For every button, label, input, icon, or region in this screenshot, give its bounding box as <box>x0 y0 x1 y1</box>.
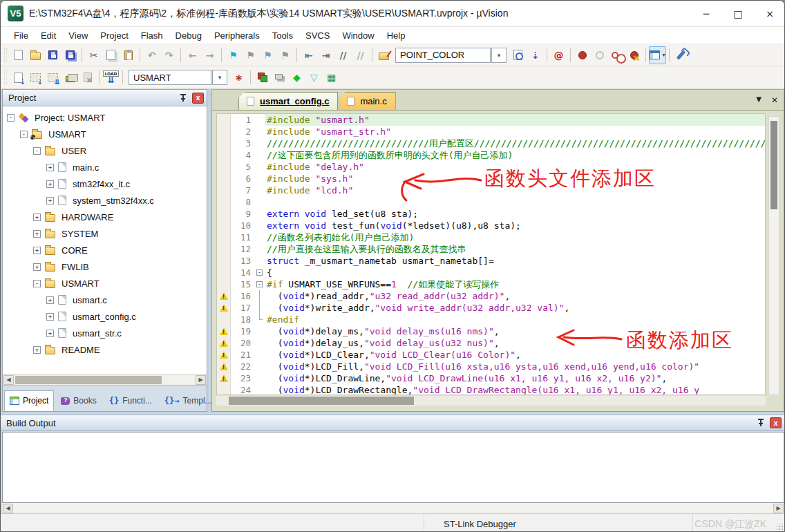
build-output-hscrollbar[interactable]: ◀ ▶ <box>2 503 784 513</box>
scroll-thumb[interactable] <box>770 121 777 209</box>
fold-collapse-icon[interactable]: - <box>256 269 263 276</box>
scroll-thumb[interactable] <box>15 376 162 384</box>
code-line[interactable]: 11//函数名列表初始化(用户自己添加) <box>217 231 765 243</box>
menu-help[interactable]: Help <box>381 28 412 43</box>
code-line[interactable]: 17 (void*)write_addr,"void write_addr(u3… <box>217 302 765 314</box>
menu-edit[interactable]: Edit <box>35 28 62 43</box>
clear-bookmarks-icon[interactable]: ⚑ <box>276 46 294 64</box>
tree-item[interactable]: -USMART <box>3 275 207 292</box>
code-line[interactable]: 6#include "sys.h" <box>217 173 765 184</box>
source-browser-icon[interactable]: ▦ <box>323 68 340 86</box>
build-output-content[interactable] <box>2 432 784 503</box>
tree-item[interactable]: +FWLIB <box>3 258 207 275</box>
code-line[interactable]: 2#include "usmart_str.h" <box>217 126 765 137</box>
navigate-back-icon[interactable]: ← <box>184 46 201 64</box>
tree-item[interactable]: +main.c <box>3 159 207 175</box>
project-tree-hscrollbar[interactable]: ◀ ▶ <box>3 374 207 385</box>
code-line[interactable]: 8 <box>217 196 765 208</box>
collapse-icon[interactable]: - <box>20 131 28 138</box>
copy-icon[interactable] <box>102 46 120 64</box>
cut-icon[interactable]: ✂ <box>85 46 102 64</box>
open-file-icon[interactable] <box>27 46 44 64</box>
scroll-right-icon[interactable]: ▶ <box>773 504 784 513</box>
tab-main-c[interactable]: main.c <box>339 92 395 110</box>
disable-all-breakpoints-icon[interactable] <box>608 46 625 64</box>
close-button[interactable]: × <box>754 1 785 27</box>
tab-list-dropdown-icon[interactable]: ▼ <box>756 95 762 105</box>
maximize-button[interactable]: □ <box>722 1 754 27</box>
code-line[interactable]: 3//////////////////////////////用户配置区////… <box>217 137 765 149</box>
tree-item[interactable]: +system_stm32f4xx.c <box>3 192 207 209</box>
indent-icon[interactable]: ⇥ <box>317 46 334 64</box>
new-file-icon[interactable] <box>10 46 27 64</box>
panel-tab-books[interactable]: Books <box>55 390 102 411</box>
tree-item[interactable]: +CORE <box>3 242 207 258</box>
editor-hscrollbar[interactable] <box>216 396 766 406</box>
panel-tab-templates[interactable]: {}→Templ... <box>159 390 218 411</box>
configure-icon[interactable] <box>672 46 690 64</box>
scroll-right-icon[interactable]: ▶ <box>196 375 206 385</box>
code-line[interactable]: 12//用户直接在这里输入要执行的函数名及其查找串 <box>217 243 765 255</box>
expand-icon[interactable]: + <box>33 263 41 271</box>
tree-item[interactable]: +usmart.c <box>3 292 207 308</box>
save-all-icon[interactable] <box>62 46 79 64</box>
code-line[interactable]: 7#include "lcd.h" <box>217 184 765 196</box>
resize-grip[interactable] <box>777 524 784 531</box>
code-line[interactable]: 1#include "usmart.h" <box>217 114 765 126</box>
navigate-forward-icon[interactable]: → <box>201 46 218 64</box>
pin-icon[interactable] <box>180 94 187 102</box>
code-editor[interactable]: 1#include "usmart.h"2#include "usmart_st… <box>216 113 766 395</box>
build-icon[interactable]: ⇣ <box>27 68 44 86</box>
minimize-button[interactable]: ─ <box>690 1 722 27</box>
manage-multi-project-icon[interactable] <box>271 68 288 86</box>
scroll-left-icon[interactable]: ◀ <box>3 375 14 385</box>
fold-collapse-icon[interactable]: - <box>256 281 263 287</box>
redo-icon[interactable]: ↷ <box>160 46 178 64</box>
scroll-left-icon[interactable]: ◀ <box>3 504 13 513</box>
expand-icon[interactable]: + <box>33 346 41 354</box>
menu-window[interactable]: Window <box>336 28 380 43</box>
tree-item[interactable]: +usmart_config.c <box>3 308 207 325</box>
target-select[interactable]: USMART <box>129 70 211 85</box>
menu-file[interactable]: File <box>8 28 35 43</box>
toolbar-grip[interactable] <box>3 48 8 63</box>
code-line[interactable]: 10extern void test_fun(void(*ledset)(u8)… <box>217 220 765 231</box>
batch-build-icon[interactable] <box>62 68 79 86</box>
code-line[interactable]: 20 (void*)delay_us,"void delay_us(u32 nu… <box>217 337 765 349</box>
expand-icon[interactable]: + <box>46 296 54 304</box>
target-dropdown-icon[interactable]: ▾ <box>212 70 227 85</box>
insert-breakpoint-icon[interactable] <box>574 46 591 64</box>
unindent-icon[interactable]: ⇤ <box>300 46 317 64</box>
uncomment-selection-icon[interactable]: // <box>352 46 369 64</box>
toolbar-grip[interactable] <box>3 70 8 85</box>
tree-item[interactable]: -USMART <box>3 126 207 142</box>
find-in-files-dialog-icon[interactable] <box>509 46 527 64</box>
code-line[interactable]: 19 (void*)delay_ms,"void delay_ms(u16 nm… <box>217 325 765 337</box>
close-panel-icon[interactable]: x <box>192 93 204 104</box>
kill-all-breakpoints-icon[interactable] <box>625 46 643 64</box>
tree-item[interactable]: +SYSTEM <box>3 225 207 242</box>
tree-item[interactable]: +HARDWARE <box>3 209 207 225</box>
menu-tools[interactable]: Tools <box>266 28 299 43</box>
collapse-icon[interactable]: - <box>7 114 15 122</box>
code-line[interactable]: 14-{ <box>217 267 765 278</box>
tree-item[interactable]: -Project: USMART <box>3 109 207 126</box>
find-text-icon[interactable]: @ <box>550 46 567 64</box>
code-line[interactable]: 21 (void*)LCD_Clear,"void LCD_Clear(u16 … <box>217 349 765 361</box>
menu-project[interactable]: Project <box>94 28 134 43</box>
menu-debug[interactable]: Debug <box>169 28 208 43</box>
expand-icon[interactable]: + <box>33 230 41 238</box>
expand-icon[interactable]: + <box>33 213 41 221</box>
paste-icon[interactable] <box>120 46 137 64</box>
target-options-icon[interactable]: ∗ <box>230 68 247 86</box>
incremental-find-icon[interactable]: ⇣ <box>527 46 544 64</box>
editor-vscrollbar[interactable] <box>768 116 779 395</box>
insert-bookmark-icon[interactable]: ⚑ <box>225 46 242 64</box>
window-views-icon[interactable]: ▾ <box>649 46 666 64</box>
expand-icon[interactable]: + <box>46 197 54 205</box>
expand-icon[interactable]: + <box>33 247 41 254</box>
tree-item[interactable]: +usmart_str.c <box>3 325 207 341</box>
next-bookmark-icon[interactable]: ⚑ <box>242 46 259 64</box>
expand-icon[interactable]: + <box>46 164 54 171</box>
rebuild-all-icon[interactable]: ⇊ <box>44 68 62 86</box>
